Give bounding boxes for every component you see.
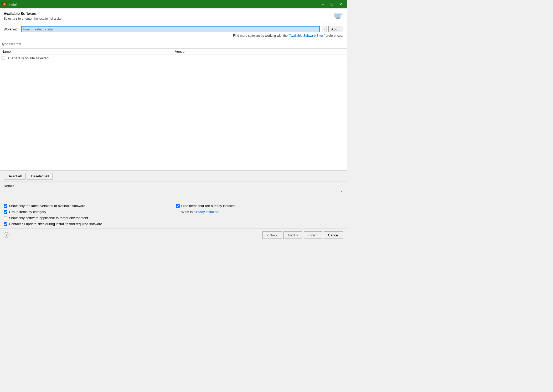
show-latest-versions-label: Show only the latest versions of availab… (9, 204, 85, 208)
table-row: ℹ There is no site selected. (0, 55, 347, 61)
work-with-label: Work with: (4, 27, 19, 31)
info-icon: ℹ (6, 56, 11, 60)
title-bar: Install ─ □ ✕ (0, 0, 347, 8)
checkbox-item-3: Show only software applicable to target … (4, 216, 171, 220)
col-extra-header (277, 50, 347, 54)
scroll-up-arrow[interactable]: ▲ (340, 190, 343, 193)
close-button[interactable]: ✕ (337, 1, 345, 7)
hide-installed-label: Hide items that are already installed (181, 204, 236, 208)
col-name-header: Name (0, 50, 173, 54)
show-applicable-checkbox[interactable] (4, 216, 7, 220)
finish-button[interactable]: Finish (304, 231, 322, 239)
maximize-button[interactable]: □ (328, 1, 336, 7)
title-text: Install (8, 2, 17, 6)
details-scroll-area: ▲ (4, 189, 343, 200)
checkbox-col-right: Hide items that are already installed Wh… (176, 204, 343, 226)
already-installed-link[interactable]: already installed (194, 210, 218, 214)
dropdown-arrow-button[interactable]: ▾ (322, 26, 327, 32)
table-section: Name Version ℹ There is no site selected… (0, 49, 347, 171)
checkbox-item-1: Show only the latest versions of availab… (4, 204, 171, 208)
filter-input[interactable] (1, 41, 346, 47)
row-checkbox[interactable] (2, 56, 5, 60)
contact-update-sites-checkbox[interactable] (4, 222, 7, 226)
computer-icon (334, 12, 343, 21)
find-more-row: Find more software by working with the "… (4, 34, 343, 38)
title-controls: ─ □ ✕ (319, 1, 345, 7)
page-title: Available Software (4, 12, 62, 16)
row-label: There is no site selected. (12, 56, 50, 60)
buttons-row: Select All Deselect All (0, 171, 347, 182)
minimize-button[interactable]: ─ (319, 1, 327, 7)
back-button[interactable]: < Back (262, 231, 282, 239)
what-is-text: What is (181, 210, 194, 214)
svg-point-8 (341, 14, 342, 14)
site-input[interactable] (21, 26, 320, 32)
page-subtitle: Select a site or enter the location of a… (4, 17, 62, 20)
title-bar-left: Install (2, 2, 17, 7)
table-header: Name Version (0, 49, 347, 55)
available-software-sites-link[interactable]: "Available Software Sites" (288, 34, 325, 38)
main-container: Available Software Select a site or ente… (0, 8, 347, 241)
checkbox-col-left: Show only the latest versions of availab… (4, 204, 171, 226)
bottom-right: < Back Next > Finish Cancel (262, 231, 343, 239)
add-button[interactable]: Add... (328, 26, 343, 32)
group-by-category-checkbox[interactable] (4, 210, 7, 214)
find-more-text: Find more software by working with the (233, 34, 288, 38)
svg-rect-5 (337, 17, 339, 18)
col-version-header: Version (173, 50, 277, 54)
install-icon (2, 2, 7, 7)
header-text: Available Software Select a site or ente… (4, 12, 62, 20)
checkbox-item-4: Contact all update sites during install … (4, 222, 171, 226)
table-body: ℹ There is no site selected. (0, 55, 347, 170)
contact-update-sites-label: Contact all update sites during install … (9, 222, 102, 226)
filter-section (0, 40, 347, 49)
work-with-row: Work with: ▾ Add... (4, 26, 343, 32)
deselect-all-button[interactable]: Deselect All (27, 173, 53, 179)
checkbox-item-5: Hide items that are already installed (176, 204, 343, 208)
show-latest-versions-checkbox[interactable] (4, 204, 7, 208)
svg-rect-4 (335, 14, 340, 17)
work-with-section: Work with: ▾ Add... Find more software b… (0, 24, 347, 40)
find-more-suffix: preferences. (325, 34, 343, 38)
details-label: Details (4, 184, 343, 188)
show-applicable-label: Show only software applicable to target … (9, 216, 88, 220)
what-is-suffix: ? (218, 210, 220, 214)
checkbox-item-2: Group items by category (4, 210, 171, 214)
help-button[interactable]: ? (4, 232, 9, 238)
next-button[interactable]: Next > (283, 231, 302, 239)
header-section: Available Software Select a site or ente… (0, 8, 347, 24)
group-by-category-label: Group items by category (9, 210, 46, 214)
cancel-button[interactable]: Cancel (324, 231, 343, 239)
svg-rect-6 (336, 18, 340, 19)
details-section: Details ▲ (0, 182, 347, 201)
select-all-button[interactable]: Select All (4, 173, 25, 179)
bottom-left: ? (4, 232, 9, 238)
bottom-nav: ? < Back Next > Finish Cancel (0, 229, 347, 241)
hide-installed-checkbox[interactable] (176, 204, 180, 208)
checkboxes-section: Show only the latest versions of availab… (0, 201, 347, 229)
what-is-row: What is already installed? (176, 210, 343, 214)
svg-point-2 (4, 3, 5, 5)
